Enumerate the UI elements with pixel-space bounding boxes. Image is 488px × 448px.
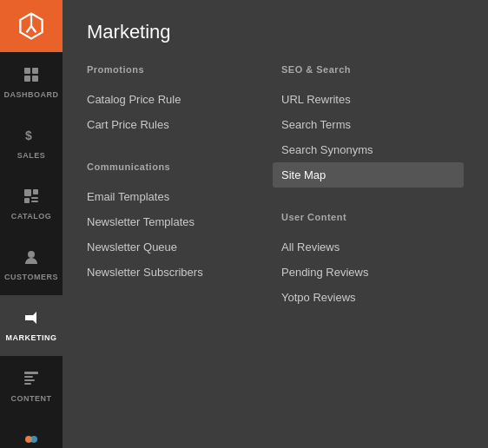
search-terms-link[interactable]: Search Terms [281, 112, 464, 137]
svg-rect-14 [24, 383, 31, 385]
menu-columns: Promotions Catalog Price Rule Cart Price… [87, 64, 464, 334]
sidebar: DASHBOARD $ SALES CATALOG CUSTOMERS MARK… [0, 0, 63, 448]
svg-rect-12 [24, 376, 33, 378]
customers-icon [23, 248, 40, 268]
user-content-section: User Content All Reviews Pending Reviews… [281, 212, 464, 310]
svg-rect-13 [24, 379, 35, 381]
svg-rect-7 [24, 198, 30, 203]
svg-rect-9 [31, 201, 38, 202]
url-rewrites-link[interactable]: URL Rewrites [281, 87, 464, 112]
promotions-heading: Promotions [87, 64, 264, 75]
magento-logo-icon [16, 10, 47, 42]
right-column: SEO & Search URL Rewrites Search Terms S… [281, 64, 464, 334]
content-icon [23, 370, 40, 390]
sidebar-item-customers[interactable]: CUSTOMERS [0, 234, 63, 295]
logo[interactable] [0, 0, 63, 52]
newsletter-subscribers-link[interactable]: Newsletter Subscribers [87, 260, 264, 285]
communications-heading: Communications [87, 161, 264, 172]
seo-search-section: SEO & Search URL Rewrites Search Terms S… [281, 64, 464, 188]
svg-point-16 [30, 436, 37, 443]
svg-rect-0 [24, 68, 30, 74]
marketing-icon [23, 309, 40, 329]
svg-rect-8 [31, 197, 38, 199]
svg-text:$: $ [25, 128, 32, 142]
svg-point-10 [28, 251, 35, 258]
svg-rect-5 [24, 189, 31, 196]
dashboard-icon [23, 66, 40, 86]
sidebar-item-label: DASHBOARD [4, 90, 59, 99]
sidebar-item-label: MARKETING [6, 333, 57, 342]
newsletter-queue-link[interactable]: Newsletter Queue [87, 234, 264, 260]
sidebar-item-label: SALES [17, 151, 46, 160]
seo-search-heading: SEO & Search [281, 64, 464, 75]
sidebar-item-navigate[interactable]: NAVIGATE [0, 417, 63, 448]
search-synonyms-link[interactable]: Search Synonyms [281, 137, 464, 162]
svg-rect-3 [32, 76, 38, 82]
catalog-price-rule-link[interactable]: Catalog Price Rule [87, 87, 264, 112]
all-reviews-link[interactable]: All Reviews [281, 234, 464, 260]
sidebar-item-sales[interactable]: $ SALES [0, 113, 63, 174]
email-templates-link[interactable]: Email Templates [87, 184, 264, 209]
catalog-icon [23, 188, 40, 208]
svg-rect-2 [24, 76, 30, 82]
sidebar-item-label: CATALOG [11, 212, 52, 221]
communications-section: Communications Email Templates Newslette… [87, 161, 264, 285]
navigate-icon [23, 431, 40, 448]
cart-price-rules-link[interactable]: Cart Price Rules [87, 112, 264, 137]
user-content-heading: User Content [281, 212, 464, 222]
sidebar-item-content[interactable]: CONTENT [0, 356, 63, 417]
left-column: Promotions Catalog Price Rule Cart Price… [87, 64, 281, 334]
newsletter-templates-link[interactable]: Newsletter Templates [87, 209, 264, 234]
sidebar-item-marketing[interactable]: MARKETING [0, 295, 63, 356]
sidebar-item-catalog[interactable]: CATALOG [0, 174, 63, 234]
sidebar-item-label: CONTENT [11, 394, 52, 403]
site-map-link[interactable]: Site Map [273, 162, 464, 188]
pending-reviews-link[interactable]: Pending Reviews [281, 260, 464, 285]
sidebar-item-label: CUSTOMERS [4, 273, 58, 281]
promotions-section: Promotions Catalog Price Rule Cart Price… [87, 64, 264, 137]
page-title: Marketing [87, 21, 464, 43]
svg-rect-11 [24, 372, 38, 374]
svg-rect-6 [33, 189, 38, 194]
main-content: Marketing Promotions Catalog Price Rule … [63, 0, 488, 448]
sales-icon: $ [23, 127, 40, 147]
svg-rect-1 [32, 68, 38, 74]
sidebar-item-dashboard[interactable]: DASHBOARD [0, 52, 63, 113]
yotpo-reviews-link[interactable]: Yotpo Reviews [281, 285, 464, 310]
